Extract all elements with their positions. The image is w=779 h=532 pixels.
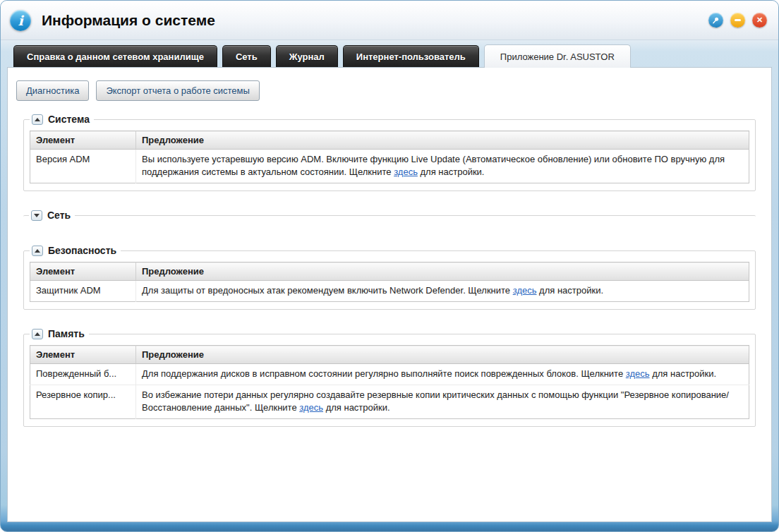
tab-bar: Справка о данном сетевом хранилище Сеть …: [13, 44, 766, 67]
section-storage-header: Память: [30, 328, 89, 339]
table-header-row: Элемент Предложение: [30, 346, 749, 364]
tab-network[interactable]: Сеть: [222, 45, 271, 67]
pin-button[interactable]: [708, 13, 723, 28]
suggestion-text: Для поддержания дисков в исправном состо…: [142, 368, 626, 379]
row-suggestion: Вы используете устаревшую версию ADM. Вк…: [136, 150, 749, 183]
table-row[interactable]: Поврежденный б... Для поддержания дисков…: [30, 364, 749, 385]
tab-online-user[interactable]: Интернет-пользователь: [343, 45, 479, 67]
collapse-toggle[interactable]: [32, 329, 43, 339]
minimize-button[interactable]: [730, 13, 745, 28]
window-titlebar[interactable]: i Информация о системе ✕: [1, 1, 778, 40]
column-header-suggestion: Предложение: [136, 346, 749, 364]
chevron-up-icon: [35, 118, 40, 121]
column-header-item: Элемент: [30, 131, 136, 150]
tab-nas-help[interactable]: Справка о данном сетевом хранилище: [13, 45, 217, 67]
pin-icon: [712, 16, 720, 24]
section-storage: Память Элемент Предложение Поврежденный …: [23, 328, 756, 427]
tab-dr-asustor[interactable]: Приложение Dr. ASUSTOR: [484, 44, 631, 68]
column-header-item: Элемент: [30, 262, 136, 281]
table-row[interactable]: Защитник ADM Для защиты от вредоносных а…: [30, 281, 749, 302]
close-button[interactable]: ✕: [752, 13, 767, 28]
row-suggestion: Для защиты от вредоносных атак рекоменду…: [136, 281, 749, 302]
row-suggestion: Во избежание потери данных регулярно соз…: [136, 385, 749, 419]
window-title: Информация о системе: [42, 12, 215, 29]
suggestion-text: для настройки.: [418, 167, 485, 177]
close-icon: ✕: [756, 16, 763, 25]
table-row[interactable]: Резервное копир... Во избежание потери д…: [30, 385, 749, 419]
security-table: Элемент Предложение Защитник ADM Для защ…: [30, 262, 749, 302]
section-network-header: Сеть: [29, 210, 75, 221]
window-controls: ✕: [708, 13, 767, 28]
section-title: Память: [48, 328, 85, 339]
storage-table: Элемент Предложение Поврежденный б... Дл…: [30, 345, 749, 419]
suggestion-text: для настройки.: [536, 285, 603, 296]
collapse-toggle[interactable]: [31, 210, 42, 221]
section-title: Безопасность: [48, 245, 116, 256]
section-title: Система: [48, 114, 90, 125]
system-info-window: i Информация о системе ✕ Справка о данно…: [0, 0, 779, 532]
settings-link[interactable]: здесь: [299, 402, 323, 413]
table-header-row: Элемент Предложение: [30, 262, 749, 281]
suggestion-text: для настройки.: [323, 402, 390, 413]
collapse-toggle[interactable]: [32, 114, 43, 125]
suggestion-text: Во избежание потери данных регулярно соз…: [142, 389, 729, 413]
tab-content-panel: Диагностика Экспорт отчета о работе сист…: [7, 67, 772, 522]
section-security-header: Безопасность: [30, 245, 121, 256]
toolbar: Диагностика Экспорт отчета о работе сист…: [16, 80, 763, 101]
row-item: Поврежденный б...: [30, 364, 136, 385]
system-table: Элемент Предложение Версия ADM Вы исполь…: [30, 131, 749, 183]
row-suggestion: Для поддержания дисков в исправном состо…: [136, 364, 749, 385]
suggestion-text: Для защиты от вредоносных атак рекоменду…: [142, 285, 513, 296]
table-row[interactable]: Версия ADM Вы используете устаревшую вер…: [30, 150, 749, 183]
row-item: Защитник ADM: [30, 281, 136, 302]
section-system: Система Элемент Предложение Версия ADM В…: [23, 114, 756, 191]
settings-link[interactable]: здесь: [394, 167, 418, 177]
section-network: Сеть: [23, 210, 756, 224]
export-report-button[interactable]: Экспорт отчета о работе системы: [96, 80, 260, 101]
diagnostics-button[interactable]: Диагностика: [16, 80, 89, 101]
chevron-up-icon: [35, 332, 40, 336]
settings-link[interactable]: здесь: [626, 368, 650, 379]
row-item: Резервное копир...: [30, 385, 136, 419]
tab-log[interactable]: Журнал: [276, 45, 338, 67]
section-system-header: Система: [30, 114, 94, 125]
column-header-suggestion: Предложение: [136, 131, 749, 150]
column-header-item: Элемент: [30, 346, 136, 364]
collapse-toggle[interactable]: [32, 246, 43, 256]
chevron-down-icon: [34, 214, 40, 217]
suggestion-text: для настройки.: [650, 368, 717, 379]
section-security: Безопасность Элемент Предложение Защитни…: [23, 245, 756, 310]
row-item: Версия ADM: [30, 150, 136, 183]
settings-link[interactable]: здесь: [513, 285, 537, 296]
column-header-suggestion: Предложение: [136, 262, 749, 281]
section-title: Сеть: [47, 210, 71, 221]
minimize-icon: [735, 19, 741, 21]
info-icon: i: [10, 10, 31, 31]
table-header-row: Элемент Предложение: [30, 131, 749, 150]
chevron-up-icon: [35, 249, 40, 253]
